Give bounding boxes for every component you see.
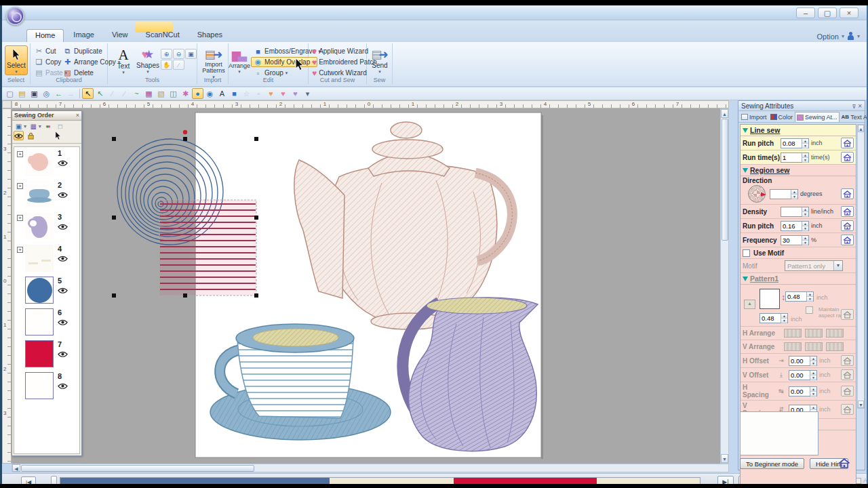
- page-preview-icon[interactable]: ◫: [167, 88, 179, 99]
- default-house-button[interactable]: [841, 220, 854, 231]
- sewing-order-item-3[interactable]: +3: [14, 211, 79, 243]
- region-run-pitch-input[interactable]: [781, 222, 802, 230]
- pan-icon[interactable]: ✋: [161, 60, 172, 70]
- maintain-aspect-checkbox[interactable]: [806, 306, 813, 314]
- close-icon[interactable]: ×: [858, 102, 862, 110]
- tab-view[interactable]: View: [104, 29, 136, 42]
- design-canvas[interactable]: [12, 108, 720, 464]
- zoom-icon[interactable]: ◎: [41, 88, 52, 99]
- eye-icon[interactable]: [58, 223, 68, 230]
- tab-scanncut[interactable]: ScanNCut: [138, 29, 188, 42]
- spinner[interactable]: ▲▼: [781, 314, 787, 323]
- eye-icon[interactable]: [58, 319, 68, 326]
- expand-icon[interactable]: +: [17, 247, 23, 253]
- maximize-button[interactable]: ▢: [818, 7, 837, 18]
- spinner[interactable]: ▲▼: [802, 236, 808, 245]
- pitcher-design[interactable]: [403, 298, 538, 451]
- v-arrange-option-3[interactable]: [826, 342, 844, 351]
- show-hide-icon[interactable]: [14, 131, 24, 140]
- direction-dial[interactable]: [748, 185, 766, 203]
- horizontal-scrollbar[interactable]: ◀: [12, 464, 729, 472]
- option-menu[interactable]: Option: [817, 33, 839, 41]
- pattern1-heading[interactable]: Pattern1: [741, 273, 856, 285]
- new-document-icon[interactable]: ▢: [4, 88, 16, 99]
- to-beginner-mode-button[interactable]: To Beginner mode: [740, 458, 804, 469]
- arrange-button[interactable]: ▆▃ Arrange ▾: [229, 45, 250, 75]
- h-offset-input[interactable]: [789, 357, 810, 365]
- default-house-button[interactable]: [841, 138, 854, 148]
- eye-icon[interactable]: [58, 350, 68, 358]
- spinner[interactable]: ▲▼: [806, 292, 813, 301]
- use-motif-checkbox[interactable]: [743, 249, 750, 257]
- timeline-position-handle[interactable]: [51, 476, 57, 484]
- h-arrange-option-3[interactable]: [826, 329, 844, 338]
- expand-icon[interactable]: +: [17, 183, 23, 189]
- default-house-button[interactable]: [841, 309, 854, 320]
- default-house-button[interactable]: [841, 386, 854, 396]
- shapes-circles-icon[interactable]: ◉: [204, 88, 216, 99]
- vertical-scrollbar[interactable]: ▲ ▼: [720, 108, 729, 464]
- cut-button[interactable]: ✂ Cut: [32, 46, 59, 56]
- zoom-in-icon[interactable]: ⊕: [161, 49, 172, 59]
- motif-dropdown[interactable]: Pattern1 only ▼: [785, 260, 843, 271]
- expand-icon[interactable]: +: [17, 151, 23, 157]
- spinner[interactable]: ▲▼: [802, 207, 808, 216]
- h-spacing-input[interactable]: [789, 387, 810, 396]
- select-frame-icon[interactable]: ▫: [253, 88, 264, 99]
- close-icon[interactable]: ×: [76, 112, 79, 119]
- image-folder-icon[interactable]: ▧: [155, 88, 167, 99]
- go-to-start-button[interactable]: |◀: [21, 476, 36, 484]
- tab-image[interactable]: Image: [65, 29, 102, 42]
- applique-heart-icon[interactable]: ♥: [265, 88, 277, 99]
- redo-icon[interactable]: →: [65, 88, 77, 99]
- wizard-icon[interactable]: ✱: [180, 88, 191, 99]
- save-icon[interactable]: ▣: [28, 88, 40, 99]
- line-sew-heading[interactable]: Line sew: [741, 125, 856, 136]
- sewing-order-item-1[interactable]: +1: [14, 147, 79, 179]
- v-arrange-option-1[interactable]: [784, 342, 802, 351]
- default-house-button[interactable]: [841, 235, 854, 245]
- vertical-scroll-thumb[interactable]: [722, 119, 728, 241]
- eye-icon[interactable]: [58, 159, 68, 167]
- measure-icon[interactable]: ∕: [173, 60, 184, 70]
- default-house-button[interactable]: [841, 355, 854, 366]
- point-edit-icon[interactable]: ↖: [94, 88, 106, 99]
- scroll-down-icon[interactable]: ▼: [858, 401, 864, 408]
- spinner[interactable]: ▲▼: [802, 222, 808, 230]
- item-thumbnail[interactable]: [25, 181, 54, 208]
- eye-icon[interactable]: [58, 287, 68, 294]
- open-folder-icon[interactable]: ▤: [16, 88, 28, 99]
- tab-color[interactable]: Color: [769, 112, 795, 122]
- color-sort-icon[interactable]: ●●: [43, 121, 54, 131]
- more-tools-icon[interactable]: ▾: [302, 88, 313, 99]
- attributes-scrollbar[interactable]: ▲ ▼: [857, 124, 865, 409]
- default-house-button[interactable]: [841, 404, 854, 415]
- palette-icon[interactable]: ▦: [143, 88, 155, 99]
- run-times-input[interactable]: [781, 153, 802, 162]
- zoom-fit-icon[interactable]: ▣: [185, 49, 197, 59]
- spinner[interactable]: ▲▼: [810, 387, 816, 396]
- application-menu-button[interactable]: [6, 7, 24, 25]
- h-arrange-option-2[interactable]: [805, 329, 823, 338]
- applique-wizard-button[interactable]: ♥ Applique Wizard: [309, 46, 371, 56]
- sewing-order-item-4[interactable]: +4: [14, 243, 79, 274]
- spinner[interactable]: ▲▼: [791, 190, 797, 199]
- sewing-order-item-8[interactable]: 8: [14, 370, 79, 402]
- item-thumbnail[interactable]: [25, 372, 54, 399]
- sewing-order-item-5[interactable]: 5: [14, 274, 79, 306]
- frame-icon[interactable]: □: [55, 121, 65, 131]
- default-house-button[interactable]: [841, 188, 854, 199]
- spinner[interactable]: ▲▼: [802, 153, 808, 162]
- sewing-order-item-6[interactable]: 6: [14, 306, 79, 338]
- line-tool-icon[interactable]: ∕: [106, 88, 118, 99]
- item-thumbnail[interactable]: [25, 340, 54, 367]
- density-input[interactable]: [781, 207, 802, 216]
- duplicate-button[interactable]: ⧉ Duplicate: [60, 46, 105, 56]
- import-patterns-button[interactable]: ▤➜ Import Patterns ▾: [201, 45, 226, 75]
- user-account-icon[interactable]: [847, 32, 854, 41]
- selected-square-object[interactable]: [159, 200, 256, 296]
- direction-input[interactable]: [770, 190, 791, 199]
- tab-import[interactable]: Import: [740, 112, 768, 122]
- copy-button[interactable]: ❏ Copy: [32, 57, 64, 67]
- v-offset-input[interactable]: [789, 371, 810, 380]
